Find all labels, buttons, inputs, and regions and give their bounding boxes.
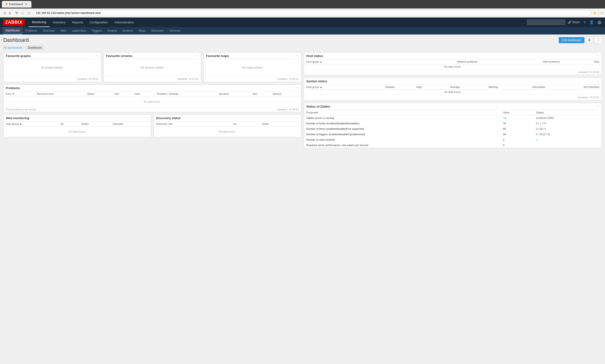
sys-col-average[interactable]: Average — [424, 85, 462, 90]
web-no-data-row: No data found. — [3, 127, 151, 137]
help-button[interactable]: ? — [583, 20, 587, 25]
refresh-button[interactable]: ↻ — [14, 10, 19, 16]
back-button[interactable]: ◀ — [2, 10, 7, 16]
web-col-ok[interactable]: Ok — [58, 121, 79, 127]
problems-header: Problems ⋯ — [3, 85, 301, 91]
problems-col-host[interactable]: Host — [133, 91, 155, 96]
zabbix-details-4: 1 — [534, 137, 602, 143]
favourite-maps-no-data: No maps added. — [206, 61, 299, 74]
favourite-graphs-menu[interactable]: ⋯ — [95, 54, 99, 58]
problems-col-recovery[interactable]: Recovery time — [35, 91, 85, 96]
problems-col-duration[interactable]: Duration — [217, 91, 251, 96]
disc-no-data-row: No data found. — [154, 127, 301, 137]
system-status-title: System status — [306, 79, 327, 83]
zabbix-details-5 — [534, 143, 602, 148]
page-actions: Edit dashboard ☰ ⛶ — [559, 37, 602, 43]
problems-col-ack[interactable]: Ack — [251, 91, 271, 96]
dashboard-grid: Favourite graphs ⋯ No graphs added. Upda… — [3, 52, 602, 148]
problems-no-data-row: No data found. — [3, 96, 301, 107]
sys-col-disaster[interactable]: Disaster — [359, 85, 397, 90]
bookmark-button[interactable]: ☆ — [26, 10, 31, 16]
status-of-zabbix-menu[interactable]: ⋯ — [596, 104, 599, 108]
problems-menu[interactable]: ⋯ — [296, 86, 299, 90]
subnav-maps[interactable]: Maps — [136, 27, 148, 35]
disc-col-rule[interactable]: Discovery rule — [154, 121, 231, 127]
web-col-hostgroup[interactable]: Host group ▲ — [3, 121, 58, 127]
favourite-screens-menu[interactable]: ⋯ — [195, 54, 198, 58]
sys-col-warning[interactable]: Warning — [462, 85, 500, 90]
host-col-with-problems[interactable]: With problems — [480, 59, 562, 64]
favourite-screens-widget: Favourite screens ⋯ No screens added. Up… — [103, 52, 201, 82]
subnav-latest-data[interactable]: Latest data — [69, 27, 89, 35]
zabbix-param-4: Number of users (online) — [304, 137, 501, 143]
problems-col-info[interactable]: Info — [113, 91, 133, 96]
nav-reports[interactable]: Reports — [69, 17, 86, 27]
disc-col-up[interactable]: Up — [231, 121, 260, 127]
subnav-dashboard[interactable]: Dashboard — [3, 27, 23, 35]
zabbix-details-0: localhost:10051 — [534, 115, 602, 121]
host-status-no-data-row: No data found. — [304, 64, 602, 69]
nav-action-icon2[interactable]: ↓ — [598, 11, 599, 15]
nav-administration[interactable]: Administration — [111, 17, 137, 27]
nav-action-icon3[interactable]: ✂ — [601, 11, 603, 15]
browser-tab[interactable]: Z Dashboard ✕ — [2, 1, 31, 8]
problems-count: 0 of 0 problems are shown — [6, 108, 37, 111]
home-button[interactable]: ⌂ — [21, 10, 25, 16]
tab-close-button[interactable]: ✕ — [25, 2, 28, 6]
web-monitoring-menu[interactable]: ⋯ — [145, 116, 149, 120]
disc-col-down[interactable]: Down — [260, 121, 301, 127]
subnav-screens[interactable]: Screens — [120, 27, 136, 35]
web-col-failed[interactable]: Failed — [79, 121, 110, 127]
logout-button[interactable]: ⏻ — [597, 20, 602, 25]
main-navigation: Monitoring Inventory Reports Configurati… — [29, 17, 527, 27]
subnav-web[interactable]: Web — [57, 27, 69, 35]
zabbix-logo: ZABBIX — [3, 19, 25, 26]
dashboard-expand-button[interactable]: ⛶ — [594, 37, 602, 43]
nav-monitoring[interactable]: Monitoring — [29, 17, 50, 27]
dashboard-list-button[interactable]: ☰ — [586, 37, 593, 43]
problems-col-status[interactable]: Status — [85, 91, 113, 96]
web-col-unknown[interactable]: Unknown — [110, 121, 151, 127]
sys-col-high[interactable]: High — [397, 85, 424, 90]
share-button[interactable]: 🔗 Share — [567, 20, 581, 24]
discovery-status-menu[interactable]: ⋯ — [296, 116, 299, 120]
subnav-graphs[interactable]: Graphs — [105, 27, 120, 35]
subnav-problems[interactable]: Problems — [23, 27, 40, 35]
problems-col-actions[interactable]: Actions — [271, 91, 301, 96]
subnav-discovery[interactable]: Discovery — [148, 27, 167, 35]
nav-action-icon[interactable]: ⭐ — [593, 11, 596, 15]
problems-col-problem[interactable]: Problem • Severity — [155, 91, 218, 96]
nav-configuration[interactable]: Configuration — [86, 17, 111, 27]
zabbix-value-0: Yes — [501, 115, 534, 121]
user-button[interactable]: 👤 — [589, 20, 595, 25]
zabbix-param-2: Number of items (enabled/disabled/not su… — [304, 126, 501, 132]
forward-button[interactable]: ▶ — [8, 10, 13, 16]
sys-col-information[interactable]: Information — [500, 85, 548, 90]
sys-col-hostgroup[interactable]: Host group ▲ — [304, 85, 359, 90]
system-status-menu[interactable]: ⋯ — [596, 79, 599, 83]
favourite-graphs-widget: Favourite graphs ⋯ No graphs added. Upda… — [3, 52, 101, 82]
search-input[interactable] — [527, 20, 565, 25]
edit-dashboard-button[interactable]: Edit dashboard — [559, 37, 584, 43]
problems-col-time[interactable]: Time ▼ — [3, 91, 35, 96]
subnav-services[interactable]: Services — [166, 27, 183, 35]
zabbix-status-row: Number of triggers (enabled/disabled [pr… — [304, 132, 602, 137]
url-bar[interactable] — [33, 10, 592, 16]
nav-inventory[interactable]: Inventory — [50, 17, 69, 27]
header-right: 🔗 Share ? 👤 ⏻ — [527, 20, 602, 25]
sys-col-not-classified[interactable]: Not classified — [548, 85, 602, 90]
favourite-screens-body: No screens added. — [104, 59, 201, 76]
tab-title: Dashboard — [9, 3, 23, 6]
host-status-menu[interactable]: ⋯ — [596, 54, 599, 58]
favourite-maps-menu[interactable]: ⋯ — [296, 54, 299, 58]
subnav-triggers[interactable]: Triggers — [89, 27, 105, 35]
favourite-maps-title: Favourite maps — [206, 54, 229, 58]
problems-widget: Problems ⋯ Time ▼ Recovery time Status I… — [3, 84, 301, 112]
favourite-graphs-title: Favourite graphs — [6, 54, 31, 58]
host-col-total[interactable]: Total — [562, 59, 602, 64]
breadcrumb-all-dashboards[interactable]: All dashboards — [3, 46, 22, 49]
host-col-hostgroup[interactable]: Host group ▲ — [304, 59, 384, 64]
status-of-zabbix-widget: Status of Zabbix ⋯ Parameter Value Detai… — [304, 103, 602, 148]
subnav-overview[interactable]: Overview — [40, 27, 57, 35]
host-col-without-problems[interactable]: Without problems — [384, 59, 480, 64]
